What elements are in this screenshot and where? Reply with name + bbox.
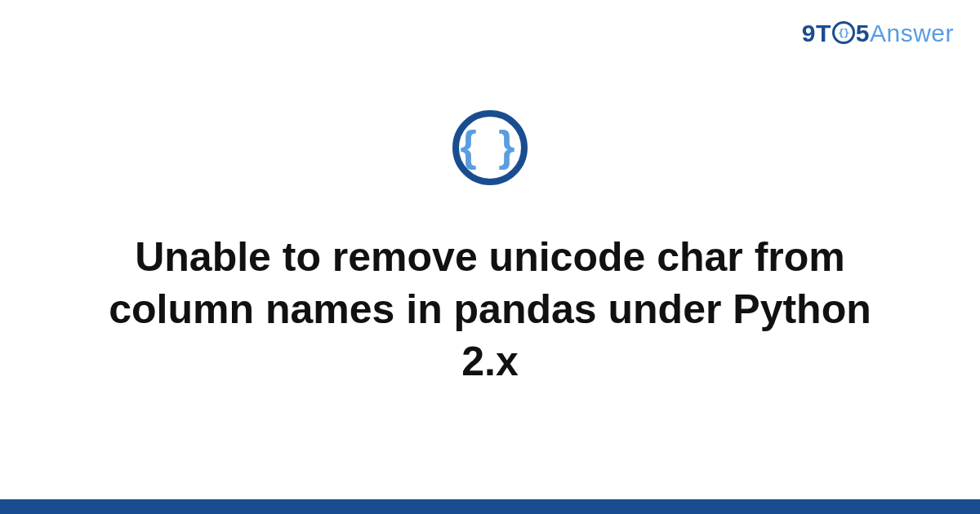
braces-icon: { } [461, 125, 520, 167]
question-title: Unable to remove unicode char from colum… [98, 231, 882, 388]
main-content: { } Unable to remove unicode char from c… [0, 0, 980, 514]
category-icon: { } [452, 110, 528, 185]
footer-accent-bar [0, 499, 980, 514]
